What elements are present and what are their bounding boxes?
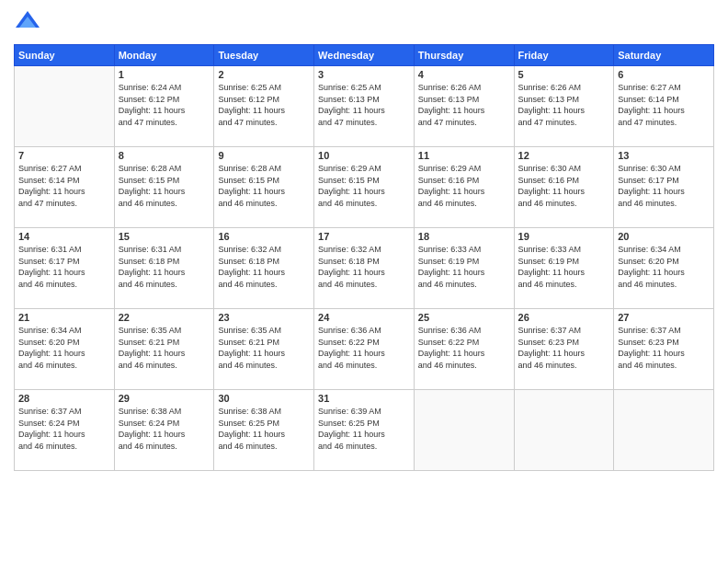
day-info: Sunrise: 6:29 AM Sunset: 6:16 PM Dayligh… (418, 163, 510, 209)
logo (14, 9, 45, 37)
day-number: 27 (618, 312, 710, 323)
day-number: 30 (218, 393, 310, 404)
day-info: Sunrise: 6:37 AM Sunset: 6:23 PM Dayligh… (618, 325, 710, 371)
day-info: Sunrise: 6:26 AM Sunset: 6:13 PM Dayligh… (418, 82, 510, 128)
day-number: 4 (418, 69, 510, 80)
calendar-week-3: 14Sunrise: 6:31 AM Sunset: 6:17 PM Dayli… (15, 228, 714, 309)
day-info: Sunrise: 6:30 AM Sunset: 6:17 PM Dayligh… (618, 163, 710, 209)
calendar-cell: 22Sunrise: 6:35 AM Sunset: 6:21 PM Dayli… (114, 309, 214, 390)
day-info: Sunrise: 6:35 AM Sunset: 6:21 PM Dayligh… (218, 325, 310, 371)
calendar-header-monday: Monday (114, 45, 214, 66)
day-info: Sunrise: 6:30 AM Sunset: 6:16 PM Dayligh… (518, 163, 610, 209)
day-number: 14 (18, 231, 110, 242)
day-number: 15 (119, 231, 210, 242)
day-info: Sunrise: 6:37 AM Sunset: 6:23 PM Dayligh… (518, 325, 610, 371)
calendar-cell: 25Sunrise: 6:36 AM Sunset: 6:22 PM Dayli… (414, 309, 514, 390)
day-number: 16 (218, 231, 310, 242)
calendar-cell: 14Sunrise: 6:31 AM Sunset: 6:17 PM Dayli… (15, 228, 115, 309)
day-info: Sunrise: 6:27 AM Sunset: 6:14 PM Dayligh… (18, 163, 110, 209)
calendar-week-4: 21Sunrise: 6:34 AM Sunset: 6:20 PM Dayli… (15, 309, 714, 390)
day-number: 25 (418, 312, 510, 323)
day-number: 13 (618, 150, 710, 161)
day-number: 9 (218, 150, 310, 161)
calendar-header-thursday: Thursday (414, 45, 514, 66)
day-number: 8 (119, 150, 210, 161)
calendar-header-tuesday: Tuesday (214, 45, 314, 66)
day-info: Sunrise: 6:24 AM Sunset: 6:12 PM Dayligh… (119, 82, 210, 128)
calendar-cell: 27Sunrise: 6:37 AM Sunset: 6:23 PM Dayli… (614, 309, 714, 390)
calendar-cell: 9Sunrise: 6:28 AM Sunset: 6:15 PM Daylig… (214, 147, 314, 228)
calendar-cell: 8Sunrise: 6:28 AM Sunset: 6:15 PM Daylig… (114, 147, 214, 228)
day-number: 10 (318, 150, 410, 161)
calendar-week-1: 1Sunrise: 6:24 AM Sunset: 6:12 PM Daylig… (15, 66, 714, 147)
calendar-cell: 23Sunrise: 6:35 AM Sunset: 6:21 PM Dayli… (214, 309, 314, 390)
day-info: Sunrise: 6:29 AM Sunset: 6:15 PM Dayligh… (318, 163, 410, 209)
day-number: 7 (18, 150, 110, 161)
calendar-cell: 30Sunrise: 6:38 AM Sunset: 6:25 PM Dayli… (214, 390, 314, 471)
day-info: Sunrise: 6:31 AM Sunset: 6:17 PM Dayligh… (18, 244, 110, 290)
calendar-cell: 28Sunrise: 6:37 AM Sunset: 6:24 PM Dayli… (15, 390, 115, 471)
calendar-cell: 1Sunrise: 6:24 AM Sunset: 6:12 PM Daylig… (114, 66, 214, 147)
calendar-cell (614, 390, 714, 471)
calendar-cell: 6Sunrise: 6:27 AM Sunset: 6:14 PM Daylig… (614, 66, 714, 147)
day-number: 21 (18, 312, 110, 323)
calendar-cell: 2Sunrise: 6:25 AM Sunset: 6:12 PM Daylig… (214, 66, 314, 147)
calendar-week-2: 7Sunrise: 6:27 AM Sunset: 6:14 PM Daylig… (15, 147, 714, 228)
calendar-cell (414, 390, 514, 471)
day-number: 29 (119, 393, 210, 404)
calendar-cell: 4Sunrise: 6:26 AM Sunset: 6:13 PM Daylig… (414, 66, 514, 147)
calendar-header-saturday: Saturday (614, 45, 714, 66)
day-info: Sunrise: 6:31 AM Sunset: 6:18 PM Dayligh… (119, 244, 210, 290)
day-number: 5 (518, 69, 610, 80)
day-number: 19 (518, 231, 610, 242)
calendar-header-sunday: Sunday (15, 45, 115, 66)
calendar-cell: 21Sunrise: 6:34 AM Sunset: 6:20 PM Dayli… (15, 309, 115, 390)
calendar-table: SundayMondayTuesdayWednesdayThursdayFrid… (14, 44, 714, 471)
day-info: Sunrise: 6:35 AM Sunset: 6:21 PM Dayligh… (119, 325, 210, 371)
calendar-cell (15, 66, 115, 147)
day-number: 2 (218, 69, 310, 80)
day-number: 6 (618, 69, 710, 80)
calendar-cell: 12Sunrise: 6:30 AM Sunset: 6:16 PM Dayli… (514, 147, 614, 228)
day-info: Sunrise: 6:32 AM Sunset: 6:18 PM Dayligh… (218, 244, 310, 290)
day-number: 23 (218, 312, 310, 323)
day-number: 17 (318, 231, 410, 242)
day-info: Sunrise: 6:27 AM Sunset: 6:14 PM Dayligh… (618, 82, 710, 128)
calendar-cell: 29Sunrise: 6:38 AM Sunset: 6:24 PM Dayli… (114, 390, 214, 471)
calendar-header-friday: Friday (514, 45, 614, 66)
day-info: Sunrise: 6:25 AM Sunset: 6:13 PM Dayligh… (318, 82, 410, 128)
calendar-cell: 19Sunrise: 6:33 AM Sunset: 6:19 PM Dayli… (514, 228, 614, 309)
day-info: Sunrise: 6:39 AM Sunset: 6:25 PM Dayligh… (318, 406, 410, 452)
calendar-cell: 15Sunrise: 6:31 AM Sunset: 6:18 PM Dayli… (114, 228, 214, 309)
calendar-cell: 10Sunrise: 6:29 AM Sunset: 6:15 PM Dayli… (314, 147, 415, 228)
day-info: Sunrise: 6:32 AM Sunset: 6:18 PM Dayligh… (318, 244, 410, 290)
day-info: Sunrise: 6:38 AM Sunset: 6:25 PM Dayligh… (218, 406, 310, 452)
calendar-header-row: SundayMondayTuesdayWednesdayThursdayFrid… (15, 45, 714, 66)
calendar-cell: 11Sunrise: 6:29 AM Sunset: 6:16 PM Dayli… (414, 147, 514, 228)
day-number: 18 (418, 231, 510, 242)
calendar-week-5: 28Sunrise: 6:37 AM Sunset: 6:24 PM Dayli… (15, 390, 714, 471)
day-info: Sunrise: 6:28 AM Sunset: 6:15 PM Dayligh… (218, 163, 310, 209)
day-info: Sunrise: 6:37 AM Sunset: 6:24 PM Dayligh… (18, 406, 110, 452)
day-number: 22 (119, 312, 210, 323)
calendar-cell: 13Sunrise: 6:30 AM Sunset: 6:17 PM Dayli… (614, 147, 714, 228)
day-number: 3 (318, 69, 410, 80)
calendar-cell: 26Sunrise: 6:37 AM Sunset: 6:23 PM Dayli… (514, 309, 614, 390)
day-info: Sunrise: 6:26 AM Sunset: 6:13 PM Dayligh… (518, 82, 610, 128)
day-info: Sunrise: 6:34 AM Sunset: 6:20 PM Dayligh… (18, 325, 110, 371)
day-info: Sunrise: 6:33 AM Sunset: 6:19 PM Dayligh… (418, 244, 510, 290)
calendar-cell: 5Sunrise: 6:26 AM Sunset: 6:13 PM Daylig… (514, 66, 614, 147)
day-info: Sunrise: 6:36 AM Sunset: 6:22 PM Dayligh… (418, 325, 510, 371)
day-number: 26 (518, 312, 610, 323)
calendar-cell: 17Sunrise: 6:32 AM Sunset: 6:18 PM Dayli… (314, 228, 415, 309)
day-info: Sunrise: 6:38 AM Sunset: 6:24 PM Dayligh… (119, 406, 210, 452)
day-number: 1 (119, 69, 210, 80)
header (14, 9, 714, 37)
calendar-cell: 20Sunrise: 6:34 AM Sunset: 6:20 PM Dayli… (614, 228, 714, 309)
calendar-cell: 7Sunrise: 6:27 AM Sunset: 6:14 PM Daylig… (15, 147, 115, 228)
calendar-cell: 16Sunrise: 6:32 AM Sunset: 6:18 PM Dayli… (214, 228, 314, 309)
page: SundayMondayTuesdayWednesdayThursdayFrid… (0, 0, 728, 563)
day-number: 20 (618, 231, 710, 242)
day-number: 24 (318, 312, 410, 323)
day-info: Sunrise: 6:28 AM Sunset: 6:15 PM Dayligh… (119, 163, 210, 209)
